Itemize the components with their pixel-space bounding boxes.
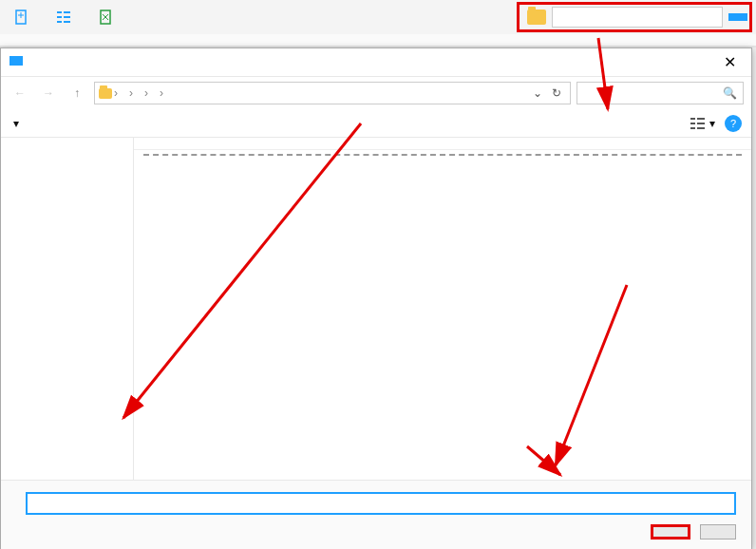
forward-button[interactable]: →	[37, 82, 60, 104]
clear-list-button[interactable]	[87, 5, 129, 29]
add-file-icon	[13, 9, 30, 26]
svg-rect-16	[697, 118, 705, 120]
svg-rect-6	[64, 11, 70, 13]
close-icon[interactable]: ✕	[716, 51, 744, 73]
folder-icon	[99, 88, 112, 99]
svg-rect-18	[697, 127, 705, 129]
chevron-right-icon: ›	[144, 86, 148, 100]
svg-rect-12	[9, 56, 23, 66]
ellipsis-indicator	[143, 154, 742, 156]
address-bar[interactable]: › › › › ⌄ ↻	[94, 82, 571, 104]
cancel-button[interactable]	[700, 524, 736, 540]
add-dir-button[interactable]	[46, 5, 87, 29]
refresh-icon[interactable]: ↻	[547, 84, 566, 103]
nav-bar: ← → ↑ › › › › ⌄ ↻ 🔍	[1, 77, 751, 109]
svg-rect-7	[64, 16, 70, 18]
svg-rect-17	[697, 123, 705, 124]
chevron-down-icon: ▾	[13, 117, 19, 130]
back-button[interactable]: ←	[9, 82, 31, 104]
folder-icon	[527, 9, 546, 25]
toolbar-separator	[0, 34, 756, 47]
file-list-header	[134, 138, 751, 150]
output-dir-area	[517, 2, 752, 32]
dialog-icon	[9, 53, 24, 71]
main-toolbar	[0, 0, 756, 34]
chevron-right-icon: ›	[114, 86, 118, 100]
chevron-right-icon: ›	[129, 86, 133, 100]
dropdown-icon[interactable]: ⌄	[528, 84, 547, 103]
svg-rect-3	[57, 11, 62, 13]
chevron-right-icon: ›	[160, 86, 163, 100]
browse-button[interactable]	[728, 13, 747, 21]
clear-list-icon	[97, 9, 114, 26]
file-list	[134, 138, 751, 480]
folder-name-input[interactable]	[26, 492, 736, 515]
svg-rect-5	[57, 21, 62, 23]
nav-tree	[1, 138, 134, 480]
svg-rect-4	[57, 16, 62, 18]
up-button[interactable]: ↑	[66, 82, 88, 104]
select-folder-button[interactable]	[651, 524, 690, 540]
svg-rect-15	[690, 127, 695, 129]
add-file-button[interactable]	[4, 5, 46, 29]
view-button[interactable]: ▾	[690, 117, 715, 130]
dialog-titlebar: ✕	[1, 48, 751, 77]
svg-rect-14	[690, 123, 695, 124]
help-icon[interactable]: ?	[725, 115, 742, 132]
search-icon: 🔍	[723, 86, 737, 100]
dialog-body	[1, 138, 751, 480]
svg-rect-8	[64, 21, 70, 23]
svg-rect-13	[690, 118, 695, 120]
tool-bar: ▾ ▾ ?	[1, 109, 751, 138]
search-input[interactable]: 🔍	[576, 82, 744, 104]
organize-button[interactable]: ▾	[10, 117, 19, 130]
output-path-input[interactable]	[552, 7, 723, 28]
folder-dialog: ✕ ← → ↑ › › › › ⌄ ↻ 🔍 ▾ ▾ ?	[0, 47, 752, 549]
add-dir-icon	[55, 9, 72, 26]
dialog-footer	[1, 480, 751, 549]
